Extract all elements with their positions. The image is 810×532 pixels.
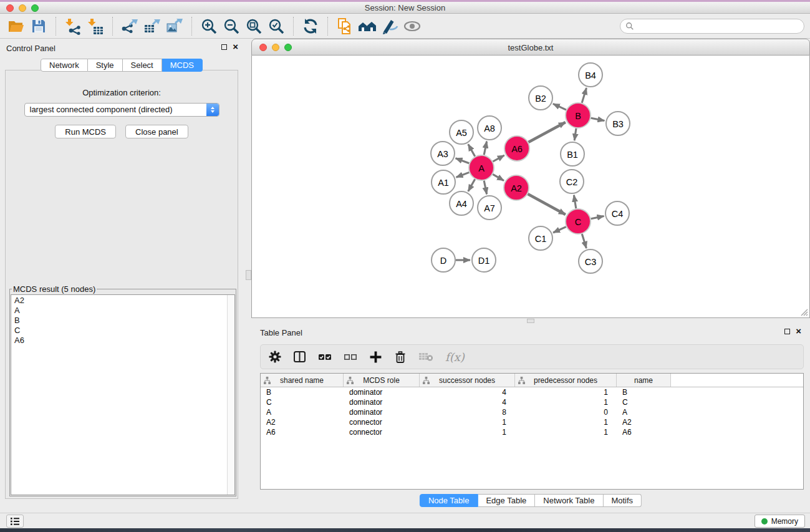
graph-edge-B-B4[interactable] (582, 88, 586, 103)
search-input[interactable] (637, 22, 804, 31)
graph-node-C1[interactable]: C1 (529, 226, 552, 250)
graph-node-A8[interactable]: A8 (478, 116, 501, 140)
export-image-button[interactable] (163, 16, 186, 36)
criterion-dropdown[interactable]: largest connected component (directed) (24, 103, 219, 117)
list-item[interactable]: A6 (14, 336, 234, 346)
zoom-fit-button[interactable] (243, 16, 265, 36)
graph-edge-B-B3[interactable] (591, 118, 605, 120)
table-cell[interactable]: A6 (617, 427, 671, 437)
table-cell[interactable]: 4 (420, 387, 515, 397)
graph-node-C3[interactable]: C3 (579, 249, 602, 273)
graph-edge-A-A6[interactable] (493, 155, 504, 162)
import-table-button[interactable] (84, 16, 107, 36)
graph-node-C2[interactable]: C2 (560, 170, 584, 193)
graph-edge-A-A4[interactable] (468, 179, 475, 191)
table-cell[interactable]: 0 (515, 407, 617, 417)
table-cell[interactable]: A (617, 407, 671, 417)
graph-edge-A6-B[interactable] (529, 122, 566, 142)
delete-table-button[interactable] (418, 351, 433, 362)
table-cell[interactable]: connector (344, 417, 420, 427)
close-panel-icon[interactable]: × (233, 44, 238, 50)
network-graph[interactable]: AA1A2A3A4A5A6A7A8BB1B2B3B4CC1C2C3C4DD1 (252, 56, 809, 317)
show-all-button[interactable] (401, 16, 423, 36)
show-task-history-button[interactable] (6, 515, 24, 528)
graph-node-A5[interactable]: A5 (450, 120, 473, 144)
list-item[interactable]: C (14, 326, 234, 336)
graph-node-C[interactable]: C (566, 209, 591, 234)
tab-edge-table[interactable]: Edge Table (478, 494, 535, 507)
apply-layout-button[interactable] (299, 16, 322, 36)
table-cell[interactable]: 8 (420, 407, 515, 417)
graph-node-B1[interactable]: B1 (561, 142, 584, 166)
list-item[interactable]: B (14, 316, 234, 326)
table-cell[interactable]: B (261, 387, 344, 397)
run-mcds-button[interactable]: Run MCDS (55, 125, 116, 138)
table-cell[interactable]: 1 (515, 387, 617, 397)
close-table-panel-icon[interactable]: × (796, 328, 801, 334)
float-panel-icon[interactable] (221, 44, 227, 50)
network-canvas[interactable]: AA1A2A3A4A5A6A7A8BB1B2B3B4CC1C2C3C4DD1 (251, 56, 810, 318)
graph-edge-B-B1[interactable] (574, 128, 576, 140)
show-columns-button[interactable] (293, 351, 306, 363)
graph-edge-A-A2[interactable] (493, 174, 504, 180)
graph-node-A[interactable]: A (469, 155, 494, 180)
select-all-rows-button[interactable] (318, 351, 332, 363)
memory-button[interactable]: Memory (755, 515, 805, 528)
graph-node-D1[interactable]: D1 (472, 248, 496, 272)
table-row[interactable]: Cdominator41C (261, 397, 803, 407)
zoom-selected-button[interactable] (265, 16, 287, 36)
table-row[interactable]: A6connector11A6 (261, 427, 803, 437)
tab-node-table[interactable]: Node Table (420, 494, 478, 507)
graph-edge-A2-C[interactable] (528, 194, 565, 215)
graph-edge-B-B2[interactable] (553, 104, 566, 110)
table-cell[interactable]: 1 (515, 417, 617, 427)
table-cell[interactable]: 1 (420, 427, 515, 437)
graph-node-B2[interactable]: B2 (529, 86, 552, 110)
tab-network[interactable]: Network (41, 59, 88, 72)
mcds-result-list[interactable]: A2ABCA6 (11, 294, 235, 495)
table-cell[interactable]: B (617, 387, 671, 397)
graph-node-B3[interactable]: B3 (606, 112, 630, 135)
zoom-out-button[interactable] (220, 16, 243, 36)
graph-edge-A-A5[interactable] (468, 144, 475, 157)
save-session-button[interactable] (27, 16, 50, 36)
graph-node-A1[interactable]: A1 (432, 170, 455, 194)
graph-node-A3[interactable]: A3 (431, 142, 455, 165)
table-cell[interactable]: A2 (617, 417, 671, 427)
graph-edge-A-A7[interactable] (484, 181, 486, 195)
table-cell[interactable]: dominator (344, 407, 420, 417)
graph-node-B4[interactable]: B4 (579, 63, 602, 87)
table-row[interactable]: Adominator80A (261, 407, 803, 417)
graph-edge-C-C1[interactable] (553, 227, 566, 233)
table-cell[interactable]: 4 (420, 397, 515, 407)
graph-edge-C-C3[interactable] (582, 234, 586, 248)
table-cell[interactable]: connector (344, 427, 420, 437)
graph-edge-A-A3[interactable] (456, 158, 470, 163)
tab-motifs[interactable]: Motifs (603, 494, 642, 507)
graph-edge-A-A8[interactable] (484, 142, 486, 155)
list-item[interactable]: A (14, 306, 234, 316)
graph-node-A6[interactable]: A6 (504, 136, 529, 161)
table-cell[interactable]: dominator (344, 387, 420, 397)
column-header-shared-name[interactable]: shared name (261, 374, 344, 387)
table-cell[interactable]: 1 (515, 427, 617, 437)
function-builder-button[interactable]: f(x) (445, 351, 465, 364)
import-network-button[interactable] (62, 16, 84, 36)
table-cell[interactable]: 1 (420, 417, 515, 427)
table-cell[interactable]: dominator (344, 397, 420, 407)
column-header-predecessor-nodes[interactable]: predecessor nodes (515, 374, 617, 387)
graph-edge-C-C2[interactable] (574, 195, 576, 209)
tab-select[interactable]: Select (123, 59, 162, 72)
hide-selected-button[interactable] (378, 16, 401, 36)
graph-node-D[interactable]: D (432, 248, 455, 272)
graph-node-A2[interactable]: A2 (504, 175, 529, 200)
column-header-MCDS-role[interactable]: MCDS role (344, 374, 420, 387)
tab-mcds[interactable]: MCDS (162, 59, 203, 72)
first-neighbors-button[interactable] (356, 16, 378, 36)
column-header-name[interactable]: name (617, 374, 671, 387)
export-network-button[interactable] (118, 16, 141, 36)
vertical-split-handle[interactable] (246, 270, 251, 280)
table-cell[interactable]: A6 (261, 427, 344, 437)
table-settings-button[interactable] (269, 351, 281, 363)
graph-node-B[interactable]: B (566, 103, 591, 128)
